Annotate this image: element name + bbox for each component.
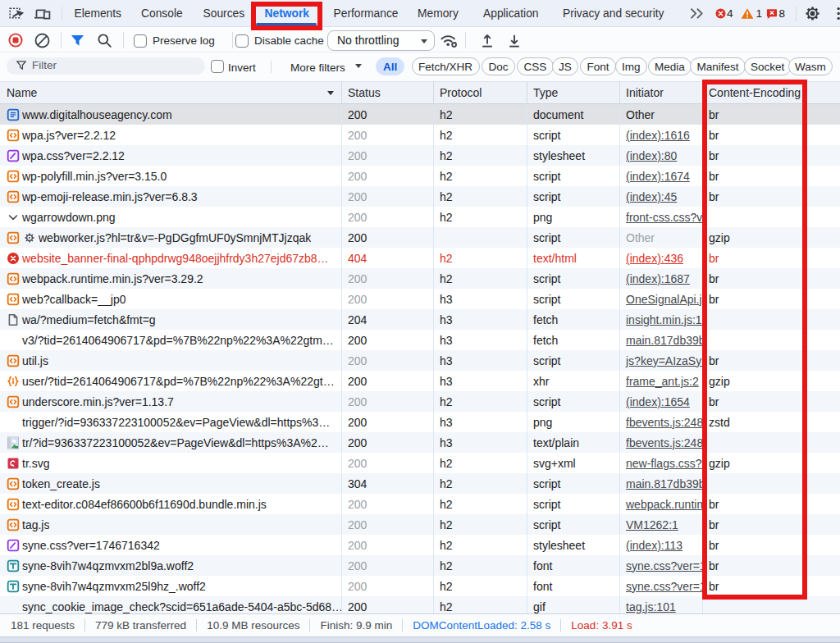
request-row[interactable]: tr/?id=936337223100052&ev=PageView&dl=ht… [0,432,840,453]
issue-count[interactable]: 8 [779,0,786,26]
request-row[interactable]: wgarrowdown.png200h2pngfront-css.css?ver [0,207,840,227]
more-tabs-icon[interactable] [690,7,705,20]
initiator-link[interactable]: fbevents.js:2481 [626,436,703,449]
export-har-icon[interactable] [507,33,522,48]
initiator-link[interactable]: tag.js:101 [626,600,676,613]
initiator-link[interactable]: insight.min.js:15 [626,313,703,326]
column-header-name[interactable]: Name [0,82,342,103]
type-filter-media[interactable]: Media [648,57,692,75]
disable-cache-label[interactable]: Disable cache [254,28,324,52]
request-row[interactable]: syne-8vih7w4qzmvxm2bl9a.woff2200h2fontsy… [0,555,840,576]
initiator-link[interactable]: front-css.css?ver [626,211,703,224]
initiator-link[interactable]: (index):1687 [626,272,690,285]
initiator-link[interactable]: webpack.runtime. [626,498,703,511]
initiator-link[interactable]: fbevents.js:2481 [626,416,703,429]
filter-input[interactable]: Filter [7,57,205,75]
device-toolbar-button[interactable] [34,6,52,25]
tab-console[interactable]: Console [141,1,183,26]
request-row[interactable]: text-editor.c084ef86600b6f11690d.bundle.… [0,494,840,514]
initiator-link[interactable]: main.817db39b11 [626,334,703,347]
group-expand-icon[interactable] [7,211,20,224]
tab-performance[interactable]: Performance [334,1,399,26]
request-row[interactable]: tr.svg200h2svg+xmlnew-flags.css?vegzip [0,453,840,473]
tab-sources[interactable]: Sources [203,1,245,26]
column-header-type[interactable]: Type [527,82,620,103]
type-filter-all[interactable]: All [376,57,404,75]
request-row[interactable]: util.js200h3scriptjs?key=AIzaSyDbbr [0,350,840,371]
initiator-link[interactable]: syne.css?ver=174 [626,580,703,593]
issues-badge-icon[interactable] [766,8,778,20]
type-filter-css[interactable]: CSS [517,57,554,75]
tab-application[interactable]: Application [483,1,539,26]
request-row[interactable]: website_banner-final-qphpdrwg948oejjhfrd… [0,248,840,268]
initiator-link[interactable]: syne.css?ver=174 [626,559,703,572]
type-filter-font[interactable]: Font [580,57,616,75]
request-row[interactable]: trigger/?id=936337223100052&ev=PageView&… [0,412,840,432]
request-row[interactable]: wpa.css?ver=2.2.12200h2stylesheet(index)… [0,145,840,166]
import-har-icon[interactable] [480,33,495,48]
error-count[interactable]: 4 [727,0,733,26]
request-row[interactable]: wp-polyfill.min.js?ver=3.15.0200h2script… [0,166,840,186]
type-filter-fetch-xhr[interactable]: Fetch/XHR [412,57,480,75]
request-row[interactable]: syne-8vih7w4qzmvxm25l9hz_.woff2200h2font… [0,576,840,596]
more-filters-label[interactable]: More filters [290,53,345,82]
invert-checkbox[interactable] [211,60,224,73]
initiator-link[interactable]: VM1262:1 [626,518,678,531]
request-row[interactable]: webpack.runtime.min.js?ver=3.29.2200h2sc… [0,268,840,289]
type-filter-socket[interactable]: Socket [744,57,792,75]
request-row[interactable]: www.digitalhouseagency.com200h2documentO… [0,104,840,125]
network-conditions-icon[interactable] [440,32,459,49]
more-options-icon[interactable] [836,7,840,21]
request-row[interactable]: wp-emoji-release.min.js?ver=6.8.3200h2sc… [0,186,840,207]
initiator-link[interactable]: js?key=AIzaSyDb [626,354,703,367]
initiator-link[interactable]: frame_ant.js:2 [626,375,699,388]
invert-label[interactable]: Invert [228,53,256,82]
warning-badge-icon[interactable] [741,7,754,20]
initiator-link[interactable]: (index):436 [626,252,683,265]
request-row[interactable]: web?callback=__jp0200h3scriptOneSignalAp… [0,289,840,309]
initiator-link[interactable]: (index):45 [626,190,677,203]
record-stop-button[interactable] [8,33,23,48]
type-filter-doc[interactable]: Doc [482,57,515,75]
request-row[interactable]: webworker.js?hl=tr&v=-PgDGgfmUF0ySmnjMTJ… [0,227,840,248]
preserve-log-checkbox[interactable] [134,34,147,48]
type-filter-js[interactable]: JS [552,57,579,75]
initiator-link[interactable]: (index):1674 [626,170,690,183]
initiator-link[interactable]: (index):1654 [626,395,690,408]
column-header-protocol[interactable]: Protocol [434,82,527,103]
type-filter-img[interactable]: Img [615,57,648,75]
tab-memory[interactable]: Memory [418,1,459,26]
column-header-initiator[interactable]: Initiator [620,82,703,103]
tab-privacy-and-security[interactable]: Privacy and security [563,1,664,26]
initiator-link[interactable]: new-flags.css?ve [626,457,703,470]
request-row[interactable]: user/?tid=2614064906717&pd=%7B%22np%22%3… [0,371,840,391]
initiator-link[interactable]: (index):80 [626,149,677,162]
tab-elements[interactable]: Elements [75,1,122,26]
initiator-link[interactable]: main.817db39b11 [626,477,703,490]
more-filters-caret-icon[interactable] [355,64,362,68]
inspect-element-button[interactable] [8,6,25,25]
initiator-link[interactable]: OneSignalApi.js:1 [626,293,703,306]
throttling-select[interactable]: No throttling [327,30,435,51]
error-badge-icon[interactable] [715,8,726,19]
request-row[interactable]: wa/?medium=fetch&fmt=g204h3fetchinsight.… [0,309,840,330]
tab-network[interactable]: Network [265,1,309,26]
warning-count[interactable]: 1 [756,0,763,26]
preserve-log-label[interactable]: Preserve log [153,28,215,52]
request-row[interactable]: underscore.min.js?ver=1.13.7200h2script(… [0,391,840,412]
type-filter-manifest[interactable]: Manifest [690,57,746,75]
request-row[interactable]: wpa.js?ver=2.2.12200h2script(index):1616… [0,125,840,145]
column-header-status[interactable]: Status [342,82,434,103]
request-row[interactable]: sync_cookie_image_check?scid=651a6ade-54… [0,596,840,613]
settings-gear-icon[interactable] [805,6,820,21]
search-button[interactable] [97,33,112,48]
initiator-link[interactable]: (index):113 [626,539,682,552]
initiator-link[interactable]: (index):1616 [626,129,690,142]
request-row[interactable]: token_create.js304h2scriptmain.817db39b1… [0,473,840,494]
column-header-content-encoding[interactable]: Content-Encoding [703,82,840,103]
request-row[interactable]: syne.css?ver=1746716342200h2stylesheet(i… [0,535,840,555]
filter-funnel-button[interactable] [71,34,84,47]
disable-cache-checkbox[interactable] [235,34,249,48]
type-filter-wasm[interactable]: Wasm [788,57,833,75]
request-row[interactable]: v3/?tid=2614064906717&pd=%7B%22np%22%3A%… [0,330,840,350]
